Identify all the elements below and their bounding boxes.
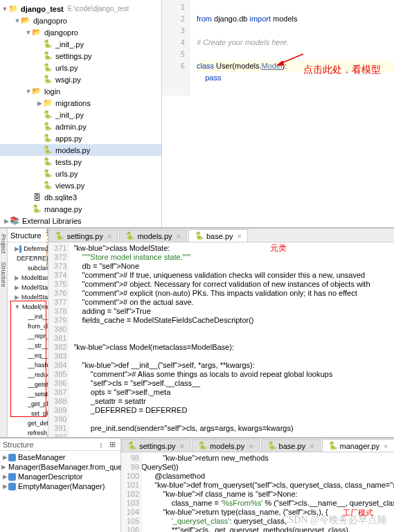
- editor-tabs[interactable]: 🐍settings.py×🐍models.py×🐍base.py×🐍manage…: [121, 438, 394, 452]
- svg-marker-1: [277, 61, 284, 65]
- tree-item[interactable]: ▼📂djangopro: [0, 15, 161, 26]
- structure-title: Structure: [10, 231, 42, 240]
- folder-icon: 📁: [8, 4, 18, 14]
- tree-item[interactable]: 📄Scratches and Consoles: [0, 227, 161, 227]
- manager-item[interactable]: ▶BaseManager: [1, 452, 119, 462]
- close-icon[interactable]: ×: [180, 442, 184, 450]
- structure-item[interactable]: ▶Deferred: [9, 244, 48, 254]
- structure-item[interactable]: DEFERRED: [9, 254, 48, 263]
- structure-item[interactable]: subclass_exception(name, bases, module, …: [9, 263, 48, 273]
- tree-item[interactable]: 🐍tests.py: [0, 156, 161, 168]
- structure-item[interactable]: __repr__(self): [9, 331, 48, 341]
- structure-item[interactable]: __str__(self): [9, 341, 48, 351]
- tree-item[interactable]: 🐍apps.py: [0, 132, 161, 144]
- structure-pane[interactable]: Structure alt + 7 打开结构 ↕ ⚙ − ▶DeferredDE…: [8, 229, 48, 437]
- manager-item[interactable]: ▶ManagerDescriptor: [1, 472, 119, 481]
- structure-title: Structure: [3, 441, 34, 449]
- tree-item[interactable]: 🐍_init_.py: [0, 38, 161, 50]
- tab-manager-py[interactable]: 🐍manager.py×: [322, 439, 394, 452]
- editor-models-py[interactable]: 123456 from django.db import models # Cr…: [162, 0, 394, 227]
- tree-item[interactable]: 🐍urls.py: [0, 62, 161, 73]
- structure-item[interactable]: __reduce__(self): [9, 370, 48, 380]
- tree-item[interactable]: 🐍views.py: [0, 179, 161, 191]
- tree-item[interactable]: 🐍urls.py: [0, 168, 161, 179]
- structure-item[interactable]: __eq__(self, other): [9, 351, 48, 360]
- structure-item[interactable]: __setstate__(self, state): [9, 389, 48, 399]
- tab-settings-py[interactable]: 🐍settings.py×: [48, 229, 118, 242]
- editor-tabs[interactable]: 🐍settings.py×🐍models.py×🐍base.py×: [48, 229, 394, 242]
- tree-item[interactable]: 🐍wsgi.py: [0, 73, 161, 85]
- structure-item[interactable]: ▼Model(metaclass=ModelBase): [9, 302, 48, 312]
- close-icon[interactable]: ×: [238, 232, 242, 240]
- tree-item[interactable]: ▼📂login: [0, 85, 161, 97]
- tree-item[interactable]: 🗄db.sqlite3: [0, 191, 161, 203]
- gutter: 123456: [162, 0, 190, 96]
- structure-item[interactable]: get_deferred_fields(self): [9, 418, 48, 428]
- tab-models-py[interactable]: 🐍models.py×: [192, 439, 260, 452]
- project-tree[interactable]: ▼ 📁 django_test E:\code\django_test ▼📂dj…: [0, 0, 162, 227]
- tab-base-py[interactable]: 🐍base.py×: [188, 229, 248, 242]
- manager-item[interactable]: ▶Manager(BaseManager.from_queryset(Query…: [1, 462, 119, 472]
- root-path: E:\code\django_test: [68, 5, 129, 12]
- close-icon[interactable]: ×: [107, 232, 111, 240]
- tree-item[interactable]: ▶📁migrations: [0, 97, 161, 109]
- annotation-click-here: 点击此处，看模型: [303, 64, 381, 76]
- side-tool-tabs[interactable]: Project Structure: [0, 229, 8, 437]
- structure-item[interactable]: ▶ModelBase(type): [9, 273, 48, 283]
- editor-base-py[interactable]: 🐍settings.py×🐍models.py×🐍base.py× 371372…: [48, 229, 394, 437]
- project-root[interactable]: ▼ 📁 django_test E:\code\django_test: [0, 3, 161, 15]
- tree-item[interactable]: ▶📚External Libraries: [0, 215, 161, 227]
- watermark: CSDN @今晚务必早点睡: [282, 514, 387, 526]
- structure-item[interactable]: from_db(cls, db, field_names, values): [9, 321, 48, 331]
- tab-settings-py[interactable]: 🐍settings.py×: [121, 439, 190, 452]
- expand-icon[interactable]: ⊞: [107, 439, 118, 450]
- structure-pane-bottom[interactable]: Structure ↕ ⊞ ▶BaseManager▶Manager(BaseM…: [0, 438, 121, 532]
- close-icon[interactable]: ×: [177, 232, 181, 240]
- root-label: django_test: [21, 5, 64, 13]
- tree-item[interactable]: ▼📂djangopro: [0, 26, 161, 38]
- code-area[interactable]: "kw-blue">class ModelState: """Store mod…: [69, 242, 394, 437]
- tree-item[interactable]: 🐍_init_.py: [0, 109, 161, 121]
- close-icon[interactable]: ×: [310, 442, 314, 450]
- structure-item[interactable]: _get_pk_val(self, meta=None): [9, 399, 48, 409]
- tab-base-py[interactable]: 🐍base.py×: [261, 439, 321, 452]
- manager-item[interactable]: ▶EmptyManager(Manager): [1, 481, 119, 491]
- structure-item[interactable]: __init__(self, *args, **kwargs): [9, 312, 48, 321]
- gutter: 3713723733743753763773783793803813823833…: [48, 242, 69, 437]
- close-icon[interactable]: ×: [249, 442, 253, 450]
- code-area[interactable]: from django.db import models # Create yo…: [190, 0, 394, 96]
- tree-item[interactable]: 🐍models.py: [0, 144, 161, 156]
- chevron-down-icon: ▼: [1, 6, 8, 12]
- tree-item[interactable]: 🐍admin.py: [0, 121, 161, 132]
- structure-item[interactable]: _set_pk_val(self, value): [9, 409, 48, 418]
- structure-item[interactable]: refresh_from_db(self, using=None, fields…: [9, 428, 48, 437]
- structure-item[interactable]: __getstate__(self): [9, 380, 48, 389]
- tab-project[interactable]: Project: [0, 231, 7, 256]
- tree-item[interactable]: 🐍manage.py: [0, 203, 161, 215]
- tab-models-py[interactable]: 🐍models.py×: [119, 229, 187, 242]
- tree-item[interactable]: 🐍settings.py: [0, 50, 161, 62]
- structure-item[interactable]: ▶ModelState: [9, 292, 48, 302]
- gutter: 9899100101102103104105106: [121, 452, 142, 532]
- annotation-metaclass: 元类: [270, 242, 287, 254]
- structure-item[interactable]: ▶ModelStateFieldsCacheDescriptor: [9, 283, 48, 292]
- sort-icon[interactable]: ↕: [96, 439, 107, 450]
- tab-structure[interactable]: Structure: [0, 259, 7, 290]
- close-icon[interactable]: ×: [384, 442, 388, 450]
- structure-item[interactable]: __hash__(self): [9, 360, 48, 370]
